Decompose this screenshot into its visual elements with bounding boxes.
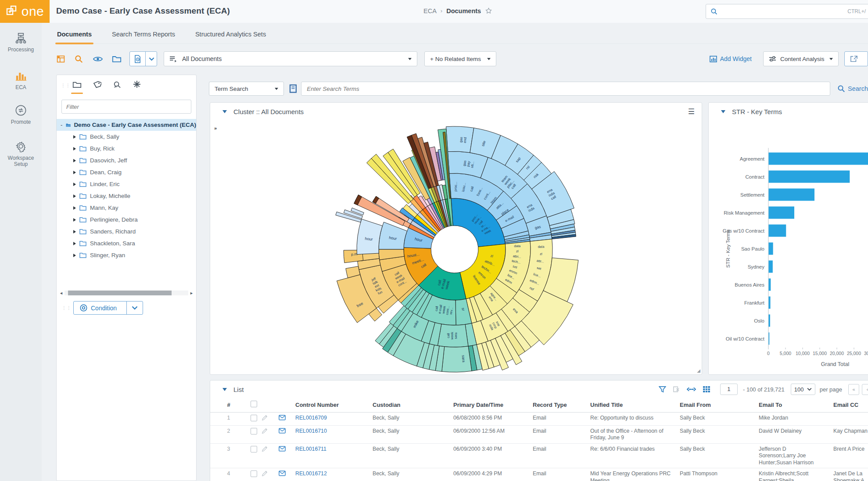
search-mode-dropdown[interactable]: Term Search — [209, 82, 284, 96]
breadcrumb-parent[interactable]: ECA — [423, 7, 437, 14]
column-header-custodian[interactable]: Custodian — [373, 398, 453, 413]
table-grid-icon[interactable] — [703, 386, 710, 393]
bar-risk-management[interactable] — [769, 207, 795, 219]
scrollbar-thumb[interactable] — [68, 291, 172, 295]
preview-eye-icon[interactable] — [93, 56, 103, 62]
row-checkbox-cell[interactable] — [247, 468, 260, 481]
column-header--[interactable]: # — [210, 398, 247, 413]
row-email-cell[interactable] — [269, 425, 295, 443]
control-number-link[interactable]: REL0016710 — [295, 425, 373, 443]
folder-icon[interactable] — [112, 55, 122, 63]
tree-item-sanders-richard[interactable]: Sanders, Richard — [57, 226, 196, 237]
search-button[interactable]: Search — [837, 85, 868, 93]
row-email-cell[interactable] — [269, 468, 295, 481]
collapse-minus-icon[interactable]: - — [61, 122, 63, 128]
breadcrumb-current[interactable]: Documents — [446, 7, 481, 14]
checkbox[interactable] — [251, 428, 257, 434]
pop-out-button[interactable] — [844, 51, 868, 66]
condition-button[interactable]: Condition — [73, 301, 143, 315]
tab-structured-analytics-sets[interactable]: Structured Analytics Sets — [194, 27, 267, 43]
tree-item-mann-kay[interactable]: Mann, Kay — [57, 202, 196, 214]
row-edit-cell[interactable] — [260, 443, 269, 468]
bar-settlement[interactable] — [769, 189, 815, 201]
first-page-button[interactable]: « — [848, 384, 859, 395]
checkbox[interactable] — [251, 446, 257, 452]
expand-width-icon[interactable] — [687, 387, 696, 392]
drag-handle-icon[interactable]: ⋮⋮ — [61, 84, 66, 86]
bar-buenos-aires[interactable] — [769, 279, 771, 291]
row-email-cell[interactable] — [269, 443, 295, 468]
table-row[interactable]: 1REL0016709Beck, Sally06/08/2000 8:56 PM… — [210, 413, 868, 426]
filter-funnel-icon[interactable] — [659, 386, 666, 393]
control-number-link[interactable]: REL0016712 — [295, 468, 373, 481]
tree-item-lokay-michelle[interactable]: Lokay, Michelle — [57, 190, 196, 202]
column-header-primary-date-time[interactable]: Primary Date/Time — [453, 398, 533, 413]
browser-tags-tab[interactable] — [93, 81, 101, 90]
table-row[interactable]: 4REL0016712Beck, Sally06/09/2000 4:29 PM… — [210, 468, 868, 481]
cluster-sunburst-chart[interactable]: proc...revie...callte...e-ma...weekproc.… — [210, 121, 702, 374]
expand-arrow-icon[interactable] — [73, 171, 76, 174]
row-checkbox-cell[interactable] — [247, 443, 260, 468]
tree-item-perlingiere-debra[interactable]: Perlingiere, Debra — [57, 214, 196, 226]
tree-item-dean-craig[interactable]: Dean, Craig — [57, 166, 196, 178]
bar-sao-paulo[interactable] — [769, 243, 773, 255]
rail-item-promote[interactable]: Promote — [0, 104, 42, 125]
control-number-link[interactable]: REL0016711 — [295, 443, 373, 468]
expand-arrow-icon[interactable] — [73, 230, 76, 233]
column-header-email-from[interactable]: Email From — [680, 398, 759, 413]
tree-item-slinger-ryan[interactable]: Slinger, Ryan — [57, 249, 196, 261]
control-number-link[interactable]: REL0016709 — [295, 413, 373, 426]
tree-filter-input[interactable] — [61, 100, 191, 114]
bar-agreement[interactable] — [769, 153, 868, 165]
sunburst-segment[interactable] — [442, 346, 472, 372]
content-analysis-dropdown[interactable]: Content Analysis — [763, 51, 839, 66]
expand-arrow-icon[interactable] — [73, 218, 76, 222]
view-dropdown[interactable]: All Documents — [164, 51, 417, 66]
row-checkbox-cell[interactable] — [247, 425, 260, 443]
related-items-dropdown[interactable]: + No Related Items — [424, 51, 496, 66]
tree-item-linder-eric[interactable]: Linder, Eric — [57, 178, 196, 190]
tab-documents[interactable]: Documents — [56, 27, 93, 43]
tree-item-dasovich-jeff[interactable]: Dasovich, Jeff — [57, 154, 196, 166]
rail-item-workspace-setup[interactable]: WorkspaceSetup — [0, 140, 42, 167]
bar-contract[interactable] — [769, 171, 850, 183]
bar-frankfurt[interactable] — [769, 297, 771, 309]
select-all-checkbox[interactable] — [251, 401, 257, 407]
relativity-one-logo[interactable]: one — [0, 0, 50, 23]
browser-folders-tab[interactable] — [72, 81, 82, 90]
tree-root-item[interactable]: -Demo Case - Early Case Assessment (ECA) — [57, 119, 196, 131]
expand-arrow-icon[interactable] — [73, 147, 76, 151]
checkbox[interactable] — [251, 415, 257, 421]
widget-menu-icon[interactable]: ☰ — [688, 107, 695, 116]
scroll-left-arrow-icon[interactable]: ◄ — [58, 291, 65, 295]
row-email-cell[interactable] — [269, 413, 295, 426]
column-header-email-to[interactable]: Email To — [759, 398, 833, 413]
collapse-triangle-icon[interactable] — [222, 388, 227, 391]
favorite-star-icon[interactable] — [485, 7, 492, 14]
rail-item-eca[interactable]: ECA — [0, 70, 42, 90]
row-edit-cell[interactable] — [260, 468, 269, 481]
scroll-right-arrow-icon[interactable]: ► — [188, 291, 195, 295]
expand-arrow-icon[interactable] — [73, 159, 76, 162]
expand-arrow-icon[interactable] — [73, 183, 76, 186]
expand-arrow-icon[interactable] — [73, 242, 76, 245]
tree-item-beck-sally[interactable]: Beck, Sally — [57, 131, 196, 143]
page-number-input[interactable]: 1 — [720, 384, 738, 395]
checkbox[interactable] — [251, 470, 257, 477]
table-row[interactable]: 2REL0016710Beck, Sally06/09/2000 12:56 A… — [210, 425, 868, 443]
add-widget-button[interactable]: Add Widget — [710, 55, 752, 62]
search-zoom-icon[interactable] — [74, 54, 83, 64]
expand-arrow-icon[interactable] — [73, 206, 76, 210]
column-header-unified-title[interactable]: Unified Title — [590, 398, 680, 413]
drag-handle-icon[interactable]: ⋮⋮ — [62, 307, 67, 309]
prev-page-button[interactable]: ‹ — [862, 384, 868, 395]
tree-item-shackleton-sara[interactable]: Shackleton, Sara — [57, 237, 196, 249]
row-edit-cell[interactable] — [260, 413, 269, 426]
condition-dropdown-toggle[interactable] — [126, 302, 143, 314]
tree-horizontal-scrollbar[interactable]: ◄ ► — [58, 290, 195, 296]
expand-arrow-icon[interactable] — [73, 135, 76, 139]
column-header-email-cc[interactable]: Email CC — [833, 398, 868, 413]
export-icon[interactable] — [673, 386, 680, 393]
tab-search-terms-reports[interactable]: Search Terms Reports — [111, 27, 176, 43]
bar-gas-w-10-contract[interactable] — [769, 225, 786, 237]
